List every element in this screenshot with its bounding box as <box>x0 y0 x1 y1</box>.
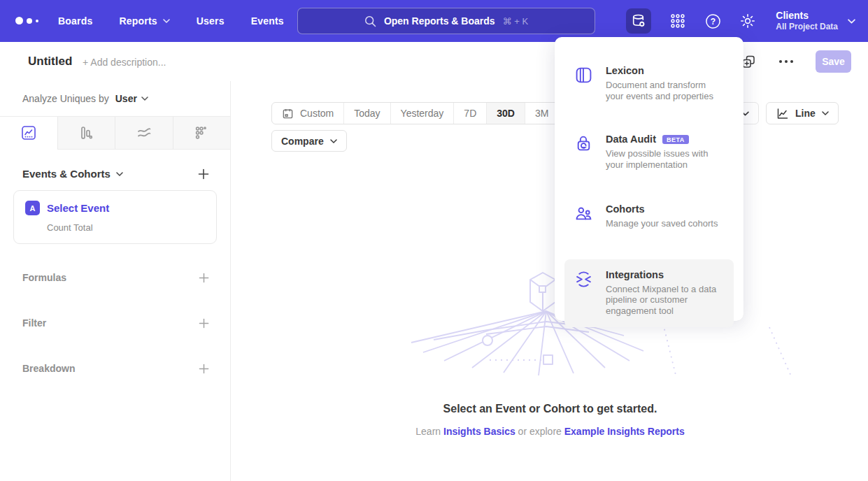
stacked-chart-tab-icon <box>136 125 152 141</box>
plus-icon <box>199 318 209 329</box>
chevron-down-icon <box>330 139 337 143</box>
nav-item-boards[interactable]: Boards <box>58 15 92 27</box>
empty-state: Select an Event or Cohort to get started… <box>232 403 868 437</box>
gear-icon <box>739 13 756 29</box>
apps-grid-button[interactable] <box>669 13 686 29</box>
line-chart-icon <box>776 107 789 120</box>
menu-item-integrations[interactable]: Integrations Connect Mixpanel to a data … <box>564 259 734 328</box>
empty-state-links: Learn Insights Basics or explore Example… <box>232 426 868 437</box>
global-search-input[interactable]: Open Reports & Boards ⌘ + K <box>297 8 595 34</box>
add-formula-button[interactable] <box>199 273 209 283</box>
tab-stacked-chart[interactable] <box>115 117 173 150</box>
events-cohorts-toggle[interactable]: Events & Cohorts <box>22 168 123 180</box>
chart-type-tabs <box>0 116 230 150</box>
date-range-custom[interactable]: Custom <box>272 103 343 124</box>
svg-text:?: ? <box>711 16 716 26</box>
top-navbar: Boards Reports Users Events Open Reports… <box>0 0 868 42</box>
date-range-30d[interactable]: 30D <box>486 103 525 124</box>
plus-icon <box>198 168 209 180</box>
analyze-label: Analyze Uniques by <box>22 93 109 104</box>
tab-line-chart[interactable] <box>0 117 57 150</box>
nav-item-events-label: Events <box>251 15 284 27</box>
report-header-actions: Save <box>741 50 851 73</box>
chevron-down-icon <box>163 19 170 23</box>
nav-item-reports[interactable]: Reports <box>119 15 169 27</box>
empty-state-title: Select an Event or Cohort to get started… <box>232 403 868 415</box>
compare-dropdown[interactable]: Compare <box>271 130 347 152</box>
nav-item-users-label: Users <box>197 15 225 27</box>
menu-item-cohorts[interactable]: Cohorts Manage your saved cohorts <box>564 199 734 236</box>
learn-text: Learn <box>415 426 441 437</box>
plus-icon <box>199 273 209 283</box>
chevron-down-icon <box>822 111 829 115</box>
event-row-card[interactable]: A Select Event Count Total <box>13 190 217 244</box>
menu-item-data-audit[interactable]: Data Audit BETA View possible issues wit… <box>564 129 734 177</box>
settings-button[interactable] <box>739 13 756 29</box>
event-series-badge: A <box>25 201 40 215</box>
tab-metric[interactable] <box>173 117 231 150</box>
project-name: All Project Data <box>776 22 838 32</box>
account-name: Clients <box>776 10 838 22</box>
project-switcher[interactable]: Clients All Project Data <box>776 10 855 32</box>
data-management-button[interactable] <box>626 8 651 34</box>
date-range-today[interactable]: Today <box>343 103 390 124</box>
help-button[interactable]: ? <box>704 13 721 29</box>
tab-bar-chart[interactable] <box>57 117 115 150</box>
data-management-icon <box>630 13 647 29</box>
add-event-button[interactable] <box>198 168 209 180</box>
search-placeholder: Open Reports & Boards <box>384 15 495 27</box>
add-breakdown-button[interactable] <box>199 364 209 374</box>
chevron-down-icon <box>141 96 148 101</box>
filter-section: Filter <box>0 317 230 329</box>
nav-right: ? Clients All Project Data <box>626 0 855 42</box>
search-icon <box>364 15 376 27</box>
event-aggregation-label[interactable]: Count Total <box>47 222 205 233</box>
formulas-section: Formulas <box>0 272 230 283</box>
compare-label: Compare <box>281 136 324 147</box>
date-range-today-label: Today <box>354 108 380 119</box>
help-icon: ? <box>705 13 721 29</box>
date-range-custom-label: Custom <box>300 108 334 119</box>
cohorts-title: Cohorts <box>606 203 645 215</box>
analyze-value-dropdown[interactable]: User <box>115 93 148 104</box>
chart-type-label: Line <box>795 108 816 119</box>
calendar-icon <box>282 108 294 120</box>
nav-item-events[interactable]: Events <box>251 15 284 27</box>
nav-links: Boards Reports Users Events <box>58 0 284 42</box>
save-button[interactable]: Save <box>816 50 851 73</box>
lexicon-description: Document and transform your events and p… <box>606 80 719 101</box>
breakdown-section: Breakdown <box>0 363 230 374</box>
search-shortcut-hint: ⌘ + K <box>503 16 529 27</box>
events-cohorts-header: Events & Cohorts <box>0 168 230 180</box>
example-insights-reports-link[interactable]: Example Insights Reports <box>564 426 685 437</box>
report-title[interactable]: Untitled <box>28 55 72 69</box>
filter-label: Filter <box>22 317 46 329</box>
menu-item-lexicon[interactable]: Lexicon Document and transform your even… <box>564 61 734 108</box>
date-range-7d-label: 7D <box>464 108 476 119</box>
nav-item-reports-label: Reports <box>119 15 157 27</box>
metric-tab-icon <box>194 125 209 141</box>
or-explore-text: or explore <box>518 426 562 437</box>
more-options-icon[interactable] <box>778 56 795 67</box>
report-description-placeholder[interactable]: + Add description... <box>83 57 166 68</box>
add-filter-button[interactable] <box>199 318 209 329</box>
date-range-7d[interactable]: 7D <box>453 103 486 124</box>
integrations-description: Connect Mixpanel to a data pipeline or c… <box>606 284 725 317</box>
mixpanel-logo-icon[interactable] <box>15 17 38 24</box>
lexicon-title: Lexicon <box>606 65 644 76</box>
chart-type-dropdown[interactable]: Line <box>766 102 839 124</box>
chevron-down-icon <box>848 19 855 24</box>
plus-icon <box>199 364 209 374</box>
query-builder-sidebar: Analyze Uniques by User <box>0 81 231 481</box>
date-range-3m[interactable]: 3M <box>525 103 558 124</box>
insights-basics-link[interactable]: Insights Basics <box>443 426 515 437</box>
nav-item-users[interactable]: Users <box>197 15 225 27</box>
breakdown-label: Breakdown <box>22 363 75 374</box>
date-range-30d-label: 30D <box>497 108 515 119</box>
date-range-yesterday[interactable]: Yesterday <box>390 103 454 124</box>
cohorts-users-icon <box>575 205 592 222</box>
events-cohorts-label: Events & Cohorts <box>22 168 111 180</box>
nav-item-boards-label: Boards <box>58 15 92 27</box>
select-event-label[interactable]: Select Event <box>47 202 109 214</box>
integrations-title: Integrations <box>606 269 664 280</box>
